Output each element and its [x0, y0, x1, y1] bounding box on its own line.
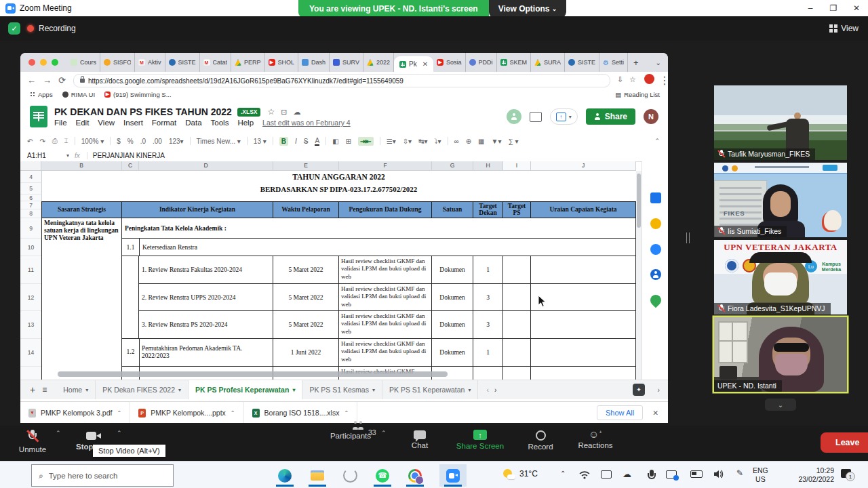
video-tile[interactable]: UPN VETERAN JAKARTA Lu Kampus Merdeka Fi… — [714, 240, 847, 314]
collapse-toolbar-icon[interactable]: ⌃ — [654, 138, 660, 144]
col-header[interactable]: J — [531, 161, 636, 171]
cell-target-ps[interactable] — [503, 284, 531, 311]
row-header[interactable]: 13 — [20, 311, 42, 339]
browser-tab[interactable]: SISTE — [165, 53, 200, 72]
browser-tab[interactable]: SISTE — [565, 53, 599, 72]
url-field[interactable]: https://docs.google.com/spreadsheets/d/1… — [73, 74, 610, 87]
history-avatar[interactable] — [507, 109, 521, 124]
percent-format-button[interactable]: % — [127, 138, 134, 145]
tab-search-chevron-icon[interactable]: ⌄ — [656, 59, 661, 66]
maps-icon[interactable] — [648, 293, 664, 308]
reload-icon[interactable]: ⟳ — [58, 75, 66, 85]
filter-icon[interactable]: ▼▾ — [492, 138, 502, 145]
sheet-tab-active[interactable]: PK PS Profesi Keperawatan▾ — [189, 380, 302, 399]
name-box-chevron-icon[interactable]: ▾ — [66, 152, 69, 159]
taskbar-loading-app-button[interactable] — [336, 464, 363, 487]
vertical-scrollbar[interactable] — [636, 171, 642, 380]
table-header-cell[interactable]: Pengukuran Data Dukung — [339, 201, 432, 218]
sheet-tab[interactable]: PK PS S1 Keperawatan▾ — [382, 380, 479, 399]
cell-target-dekan[interactable]: 1 — [473, 256, 503, 284]
video-tile[interactable]: FIKES Iis Sumiati_Fikes — [714, 163, 847, 237]
last-edit-link[interactable]: Last edit was on February 4 — [262, 119, 351, 127]
mac-close-icon[interactable] — [28, 59, 35, 66]
tab-close-icon[interactable]: ✕ — [422, 60, 428, 68]
onedrive-icon[interactable]: ☁ — [623, 469, 631, 479]
reading-list-button[interactable]: ▤Reading List — [615, 91, 660, 98]
zoom-select[interactable]: 100% ▾ — [81, 138, 104, 145]
browser-tab[interactable]: 2022 — [363, 53, 394, 72]
taskbar-explorer-button[interactable] — [304, 464, 331, 487]
text-rotation-icon[interactable]: ⤵▾ — [435, 138, 441, 145]
cell-target-dekan[interactable]: 3 — [473, 284, 503, 311]
sheet-tab-menu-icon[interactable]: ▾ — [292, 387, 295, 393]
row-header[interactable]: 4 — [20, 171, 42, 183]
video-options-chevron-icon[interactable]: ⌃ — [117, 430, 122, 436]
browser-tab[interactable]: Cours — [67, 53, 100, 72]
borders-icon[interactable]: ⊞ — [346, 138, 351, 145]
bookmark-item[interactable]: ▶(919) Swimming S... — [104, 91, 172, 98]
spreadsheet-grid[interactable]: 4 5 6 7 8 9 10 11 12 13 14 TAHUN ANGGARA… — [20, 171, 642, 380]
sheets-file-icon[interactable] — [30, 106, 47, 127]
record-button[interactable]: Record — [524, 430, 557, 451]
cell-satuan[interactable]: Dokumen — [432, 256, 473, 284]
cell-target-ps[interactable] — [503, 339, 531, 367]
table-header-cell[interactable]: Sasaran Strategis — [41, 201, 122, 218]
browser-tab[interactable]: SURA — [531, 53, 565, 72]
browser-tab[interactable]: PERP — [231, 53, 265, 72]
col-header[interactable]: E — [273, 161, 339, 171]
col-header[interactable]: H — [473, 161, 503, 171]
menu-data[interactable]: Data — [185, 119, 201, 127]
cell-banner2[interactable]: BERDASARKAN SP DIPA-023.17.2.677502/2022 — [41, 183, 636, 195]
leave-button[interactable]: Leave — [821, 432, 868, 453]
calendar-icon[interactable] — [650, 192, 661, 203]
col-header[interactable]: D — [139, 161, 273, 171]
contacts-icon[interactable] — [650, 269, 661, 280]
horizontal-scrollbar[interactable] — [58, 371, 448, 377]
forward-icon[interactable]: → — [43, 75, 52, 85]
cell-section[interactable]: Peningkatan Tata Kelola Akademik : — [122, 218, 636, 239]
italic-button[interactable]: I — [295, 138, 297, 145]
row-header[interactable]: 9 — [20, 218, 42, 239]
menu-insert[interactable]: Insert — [123, 119, 143, 127]
insert-link-icon[interactable]: ∞ — [454, 138, 459, 145]
functions-icon[interactable]: ∑ ▾ — [508, 138, 518, 145]
cell-satuan[interactable]: Dokumen — [432, 311, 473, 339]
cell-target-dekan[interactable]: 3 — [473, 311, 503, 339]
cell-target-ps[interactable] — [503, 311, 531, 339]
cell-uraian[interactable] — [531, 367, 636, 380]
row-header[interactable]: 12 — [20, 284, 42, 311]
speaker-icon[interactable] — [713, 470, 724, 479]
collapse-tiles-button[interactable]: ⌄ — [765, 399, 796, 411]
minimize-button[interactable]: – — [799, 0, 822, 16]
back-icon[interactable]: ← — [27, 75, 36, 85]
cell-pengukuran[interactable]: Hasil review checklist GKMF dan validasi… — [339, 311, 432, 339]
sheet-tab[interactable]: PK PS S1 Kesmas▾ — [302, 380, 382, 399]
cell-pengukuran[interactable]: Hasil review checklist GKMF dan validasi… — [339, 284, 432, 311]
cell-waktu[interactable]: 5 Maret 2022 — [273, 311, 339, 339]
mac-zoom-icon[interactable] — [52, 59, 58, 66]
sheet-tab-menu-icon[interactable]: ▾ — [85, 387, 88, 393]
menu-tools[interactable]: Tools — [211, 119, 229, 127]
profile-avatar[interactable] — [644, 74, 654, 84]
video-tile-active-speaker[interactable]: UPEK - ND. Istanti — [714, 317, 847, 392]
menu-view[interactable]: View — [98, 119, 115, 127]
vertical-align-icon[interactable]: ⇳▾ — [403, 138, 412, 145]
hidden-icons-chevron[interactable]: ⌃ — [560, 470, 566, 477]
all-sheets-icon[interactable]: ≡ — [42, 385, 47, 394]
row-header[interactable]: 10 — [20, 239, 42, 256]
sheet-tab[interactable]: PK Dekan FIKES 2022▾ — [96, 380, 189, 399]
cast-icon[interactable] — [601, 470, 612, 479]
explore-icon[interactable]: ✦ — [633, 384, 645, 396]
pen-icon[interactable]: ✎ — [736, 468, 743, 478]
menu-file[interactable]: File — [54, 119, 67, 127]
move-folder-icon[interactable]: ⊡ — [281, 108, 287, 117]
cell-target-dekan[interactable]: 1 — [473, 339, 503, 367]
table-header-cell[interactable]: Uraian Capaian Kegiata — [531, 201, 636, 218]
star-icon[interactable]: ☆ — [267, 107, 275, 117]
download-item[interactable]: P PMKP Kelompok....pptx ⌃ — [130, 402, 243, 423]
fill-color-icon[interactable]: ◧ — [332, 138, 338, 145]
browser-tab[interactable]: SKEM — [497, 53, 532, 72]
comment-icon[interactable] — [530, 112, 542, 122]
participants-button[interactable]: 33 Participants — [327, 430, 374, 440]
formula-input[interactable]: PERJANJIAN KINERJA — [87, 152, 165, 159]
